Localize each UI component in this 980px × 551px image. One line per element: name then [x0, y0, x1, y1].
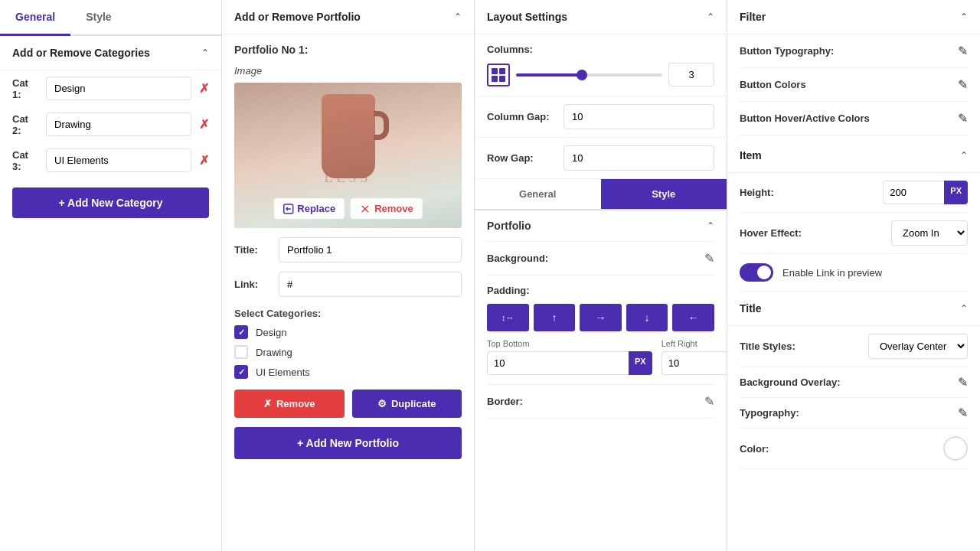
btn-colors-pencil-icon[interactable]: ✎ [958, 77, 968, 92]
cat-delete-3[interactable]: ✗ [199, 153, 209, 168]
btn-colors-label: Button Colors [740, 79, 806, 90]
padding-row: Padding: ↕↔ ↑ → ↓ ← Top Bottom PX [487, 276, 714, 385]
checkbox-design[interactable]: Design [234, 325, 462, 339]
title-input[interactable] [279, 237, 462, 262]
tab-style[interactable]: Style [70, 0, 126, 36]
filter-row-colors: Button Colors ✎ [740, 68, 968, 102]
image-action-overlay: Replace Remove [273, 198, 422, 219]
title-styles-select[interactable]: Overlay Center Overlay Left Below [868, 334, 968, 359]
enable-link-toggle[interactable] [740, 263, 773, 282]
btn-hover-pencil-icon[interactable]: ✎ [958, 111, 968, 126]
panel-portfolio: Add or Remove Portfolio ⌃ Portfolio No 1… [222, 0, 475, 551]
column-gap-input[interactable] [564, 104, 714, 129]
checkbox-ui-input[interactable] [234, 365, 248, 379]
remove-image-button[interactable]: Remove [351, 198, 423, 219]
cat-input-1[interactable] [46, 77, 191, 100]
layout-section-header: Layout Settings ⌃ [475, 0, 727, 34]
checkbox-ui-elements[interactable]: UI Elements [234, 365, 462, 379]
bg-overlay-pencil-icon[interactable]: ✎ [958, 375, 968, 390]
add-portfolio-button[interactable]: + Add New Portfolio [234, 427, 462, 459]
border-edit-icon[interactable]: ✎ [704, 394, 714, 409]
portfolio-chevron-icon[interactable]: ⌃ [454, 11, 462, 22]
cat-label-2: Cat 2: [12, 113, 38, 136]
typography-pencil-icon[interactable]: ✎ [958, 406, 968, 420]
add-category-button[interactable]: + Add New Category [12, 187, 209, 218]
padding-left-btn[interactable]: ← [672, 304, 714, 331]
padding-all-btn[interactable]: ↕↔ [487, 304, 529, 331]
link-input[interactable] [279, 272, 462, 297]
duplicate-portfolio-button[interactable]: ⚙ Duplicate [352, 390, 462, 418]
cat-label-1: Cat 1: [12, 77, 38, 100]
columns-input[interactable] [668, 63, 714, 86]
hover-effect-label: Hover Effect: [740, 227, 884, 239]
action-buttons: ✗ Remove ⚙ Duplicate [234, 390, 462, 418]
gear-icon: ⚙ [377, 398, 387, 409]
item-chevron-icon[interactable]: ⌃ [960, 150, 968, 161]
select-categories-label: Select Categories: [234, 308, 462, 319]
bg-overlay-label: Background Overlay: [740, 377, 950, 388]
main-tabs: General Style [0, 0, 221, 36]
left-right-input[interactable] [662, 351, 727, 375]
typography-label: Typography: [740, 407, 950, 419]
checkbox-design-input[interactable] [234, 325, 248, 339]
title-section-title: Title [740, 302, 762, 315]
category-row-2: Cat 2: ✗ [0, 106, 221, 142]
checkbox-drawing[interactable]: Drawing [234, 345, 462, 359]
filter-title: Filter [740, 11, 766, 23]
category-row-3: Cat 3: ✗ [0, 142, 221, 178]
inner-tab-style[interactable]: Style [601, 179, 727, 209]
tab-general[interactable]: General [0, 0, 70, 36]
btn-typography-label: Button Typography: [740, 45, 834, 57]
columns-slider[interactable] [516, 73, 662, 77]
grid-cell-2 [499, 68, 505, 74]
mug-body [322, 94, 375, 178]
cat-input-3[interactable] [46, 148, 191, 172]
cat-input-2[interactable] [46, 112, 191, 136]
portfolio-style-chevron[interactable]: ⌃ [707, 220, 714, 231]
panel-layout: Layout Settings ⌃ Columns: Column Gap: [475, 0, 727, 551]
title-chevron-icon[interactable]: ⌃ [960, 303, 968, 314]
categories-section-header: Add or Remove Categories ⌃ [0, 36, 221, 70]
btn-typography-pencil-icon[interactable]: ✎ [958, 44, 968, 58]
color-row: Color: [740, 429, 968, 469]
height-input[interactable] [883, 181, 944, 204]
top-bottom-input[interactable] [487, 351, 629, 375]
title-field-row: Title: [234, 237, 462, 262]
filter-section-header: Filter ⌃ [727, 0, 980, 34]
title-field-label: Title: [234, 244, 273, 256]
grid-cell-4 [499, 76, 505, 82]
portfolio-style-section: Portfolio ⌃ Background: ✎ Padding: ↕↔ ↑ … [475, 210, 727, 419]
replace-image-button[interactable]: Replace [273, 198, 345, 219]
remove-portfolio-button[interactable]: ✗ Remove [234, 390, 345, 418]
mug-handle [374, 111, 389, 140]
row-gap-input[interactable] [564, 145, 714, 171]
portfolio-content: Portfolio No 1: Image LESS Replace [222, 34, 474, 551]
color-picker[interactable] [943, 436, 968, 461]
chevron-up-icon[interactable]: ⌃ [201, 47, 209, 58]
left-right-group: Left Right PX [662, 339, 727, 375]
cat-delete-1[interactable]: ✗ [199, 81, 209, 96]
columns-label: Columns: [487, 44, 714, 55]
slider-fill [516, 73, 582, 77]
padding-top-btn[interactable]: ↑ [534, 304, 576, 331]
padding-right-btn[interactable]: → [580, 304, 622, 331]
cat-delete-2[interactable]: ✗ [199, 117, 209, 132]
enable-link-row: Enable Link in preview [740, 254, 968, 292]
remove-icon [360, 204, 371, 214]
padding-bottom-btn[interactable]: ↓ [626, 304, 668, 331]
categories-title: Add or Remove Categories [12, 47, 150, 59]
grid-view-icon[interactable] [487, 64, 510, 86]
toggle-knob [757, 266, 771, 279]
checkbox-drawing-input[interactable] [234, 345, 248, 359]
slider-thumb[interactable] [577, 70, 587, 80]
padding-controls: ↕↔ ↑ → ↓ ← [487, 304, 714, 331]
hover-effect-select[interactable]: Zoom In Zoom Out None Fade [891, 220, 968, 246]
row-gap-row: Row Gap: [475, 138, 727, 179]
height-row: Height: PX [740, 173, 968, 213]
background-edit-icon[interactable]: ✎ [704, 251, 714, 266]
top-bottom-label: Top Bottom [487, 339, 652, 348]
layout-chevron-icon[interactable]: ⌃ [707, 11, 714, 22]
padding-inputs: Top Bottom PX Left Right PX [487, 339, 714, 375]
inner-tab-general[interactable]: General [475, 179, 601, 209]
filter-chevron-icon[interactable]: ⌃ [960, 11, 968, 22]
